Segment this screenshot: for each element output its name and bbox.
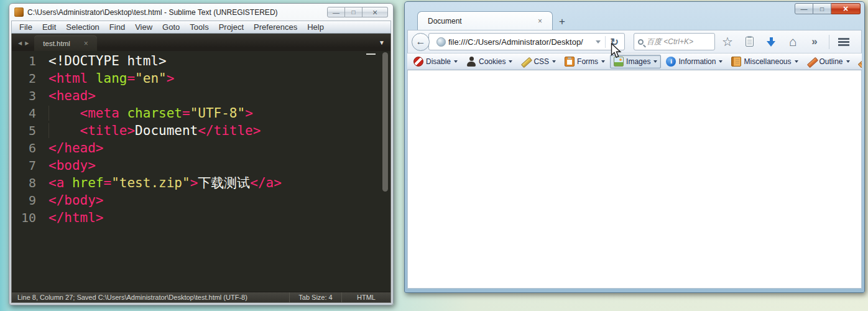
address-bar[interactable]: ↻ bbox=[428, 33, 625, 50]
forms-icon bbox=[565, 57, 575, 67]
webdev-item-miscellaneous[interactable]: Miscellaneous bbox=[727, 55, 801, 68]
menu-item-selection[interactable]: Selection bbox=[61, 22, 104, 32]
menu-item-find[interactable]: Find bbox=[104, 22, 130, 32]
status-tab-size[interactable]: Tab Size: 4 bbox=[289, 292, 341, 302]
chevron-down-icon bbox=[653, 60, 657, 63]
browser-navbar: ← ↻ ☆ ⌂ » bbox=[407, 30, 862, 53]
menu-item-help[interactable]: Help bbox=[302, 22, 329, 32]
line-number: 3 bbox=[12, 87, 36, 104]
url-input[interactable] bbox=[446, 37, 594, 47]
code-text: <body> bbox=[48, 157, 96, 174]
webdev-item-css[interactable]: CSS bbox=[517, 55, 560, 68]
line-number: 1 bbox=[12, 52, 36, 70]
resize-icon bbox=[859, 57, 862, 67]
new-tab-button[interactable]: + bbox=[553, 14, 571, 30]
minimize-icon[interactable]: — bbox=[795, 3, 813, 14]
close-icon[interactable]: × bbox=[831, 3, 861, 14]
editor-tab-test-html[interactable]: test.html × bbox=[34, 35, 96, 51]
code-text: <a href="test.zip">下载测试</a> bbox=[48, 174, 282, 192]
scrollbar-thumb[interactable] bbox=[382, 52, 388, 192]
menu-item-view[interactable]: View bbox=[130, 22, 157, 32]
minimap[interactable] bbox=[366, 53, 380, 69]
code-text: </body> bbox=[48, 192, 104, 209]
tab-close-icon[interactable]: × bbox=[84, 39, 88, 48]
disable-icon bbox=[413, 57, 423, 67]
webdev-item-label: Cookies bbox=[479, 57, 506, 66]
line-number: 4 bbox=[12, 104, 36, 122]
menu-item-preferences[interactable]: Preferences bbox=[249, 22, 302, 32]
webdev-item-cookies[interactable]: Cookies bbox=[463, 55, 516, 68]
chevron-down-icon bbox=[509, 60, 512, 63]
code-editor[interactable]: 1<!DOCTYPE html>2<html lang="en">3<head>… bbox=[12, 51, 390, 292]
browser-viewport[interactable] bbox=[407, 70, 862, 289]
bookmarks-menu-button[interactable] bbox=[740, 33, 759, 50]
webdev-item-outline[interactable]: Outline bbox=[803, 55, 854, 68]
clipboard-icon bbox=[746, 37, 754, 47]
code-text: <html lang="en"> bbox=[48, 70, 174, 87]
downloads-button[interactable] bbox=[762, 33, 780, 50]
menu-item-goto[interactable]: Goto bbox=[157, 22, 185, 32]
webdev-item-label: Information bbox=[678, 57, 716, 66]
close-icon[interactable]: × bbox=[362, 7, 388, 17]
search-box[interactable] bbox=[634, 33, 715, 50]
sublime-window-title: C:\Users\Administrator\Desktop\test.html… bbox=[27, 8, 321, 17]
code-line[interactable]: 1<!DOCTYPE html> bbox=[12, 52, 390, 70]
browser-window: Document × + — □ × ← ↻ ☆ bbox=[404, 1, 865, 293]
code-line[interactable]: 5 <title>Document</title> bbox=[12, 122, 390, 139]
menu-item-file[interactable]: File bbox=[14, 22, 37, 32]
maximize-icon[interactable]: □ bbox=[813, 3, 831, 14]
status-syntax[interactable]: HTML bbox=[341, 292, 390, 302]
chevron-down-icon[interactable] bbox=[596, 40, 601, 44]
code-line[interactable]: 9</body> bbox=[12, 192, 390, 209]
code-line[interactable]: 7<body> bbox=[12, 157, 390, 174]
mouse-cursor bbox=[611, 43, 622, 60]
sublime-body: ◀▶ test.html × ▼ 1<!DOCTYPE html>2<html … bbox=[11, 34, 391, 303]
sublime-text-window: C:\Users\Administrator\Desktop\test.html… bbox=[9, 3, 394, 305]
code-line[interactable]: 2<html lang="en"> bbox=[12, 70, 390, 87]
editor-scrollbar[interactable] bbox=[382, 52, 389, 289]
tab-scroll-arrows[interactable]: ◀▶ bbox=[12, 40, 34, 51]
webdev-item-resize[interactable]: Resize bbox=[855, 55, 862, 68]
search-input[interactable] bbox=[647, 37, 704, 46]
webdev-item-label: Outline bbox=[820, 57, 843, 66]
code-line[interactable]: 8<a href="test.zip">下载测试</a> bbox=[12, 174, 390, 192]
line-number: 6 bbox=[12, 139, 36, 157]
chevron-down-icon bbox=[795, 60, 798, 63]
webdev-item-label: Miscellaneous bbox=[744, 57, 791, 66]
webdev-item-forms[interactable]: Forms bbox=[561, 55, 609, 68]
code-line[interactable]: 3<head> bbox=[12, 87, 390, 104]
browser-titlebar: Document × + — □ × bbox=[407, 2, 862, 30]
menu-item-tools[interactable]: Tools bbox=[185, 22, 213, 32]
menu-button[interactable] bbox=[834, 33, 853, 50]
hamburger-icon bbox=[838, 38, 849, 46]
miscellaneous-icon bbox=[731, 57, 741, 67]
tab-overflow-icon[interactable]: ▼ bbox=[379, 39, 390, 51]
line-number: 7 bbox=[12, 157, 36, 174]
sublime-window-controls: — □ × bbox=[327, 7, 388, 17]
minimize-icon[interactable]: — bbox=[327, 7, 345, 17]
code-text: </html> bbox=[48, 209, 104, 226]
cookies-icon bbox=[466, 57, 476, 67]
browser-tab-document[interactable]: Document × bbox=[417, 11, 553, 30]
chevron-more-icon: » bbox=[811, 35, 817, 48]
menu-item-project[interactable]: Project bbox=[214, 22, 249, 32]
code-line[interactable]: 10</html> bbox=[12, 209, 390, 226]
bookmark-star-button[interactable]: ☆ bbox=[718, 33, 737, 50]
webdev-item-disable[interactable]: Disable bbox=[410, 55, 461, 68]
webdev-item-information[interactable]: Information bbox=[662, 55, 726, 68]
divider bbox=[829, 35, 829, 49]
home-button[interactable]: ⌂ bbox=[783, 33, 802, 50]
back-button[interactable]: ← bbox=[412, 33, 430, 51]
tab-close-icon[interactable]: × bbox=[538, 17, 542, 26]
home-icon: ⌂ bbox=[789, 34, 797, 49]
chevron-down-icon bbox=[552, 60, 556, 63]
chevron-down-icon bbox=[454, 60, 458, 63]
code-line[interactable]: 6</head> bbox=[12, 139, 390, 157]
maximize-icon[interactable]: □ bbox=[345, 7, 362, 17]
code-text: <meta charset="UTF-8"> bbox=[48, 104, 253, 122]
menu-item-edit[interactable]: Edit bbox=[37, 22, 61, 32]
overflow-button[interactable]: » bbox=[805, 33, 824, 50]
code-line[interactable]: 4 <meta charset="UTF-8"> bbox=[12, 104, 390, 122]
code-text: <!DOCTYPE html> bbox=[48, 52, 167, 70]
line-number: 9 bbox=[12, 192, 36, 209]
